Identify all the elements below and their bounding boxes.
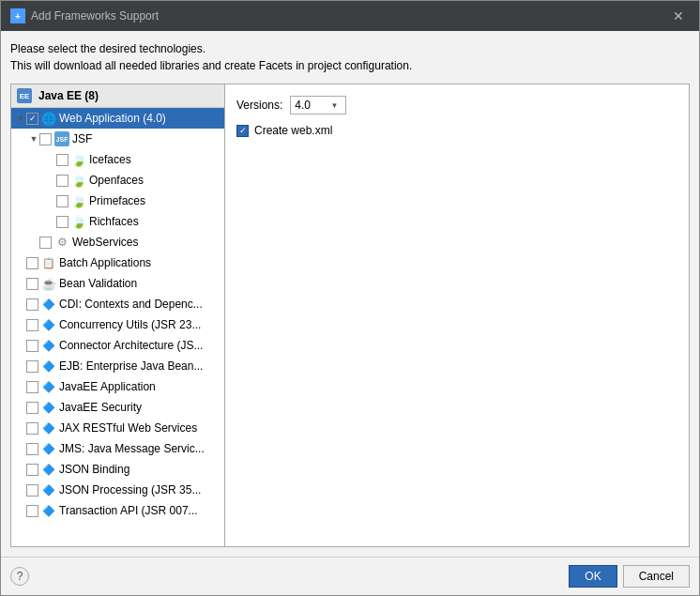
footer-left: ? [10, 567, 29, 586]
tree-item-connector[interactable]: 🔷 Connector Architecture (JS... [11, 335, 224, 356]
cancel-button[interactable]: Cancel [623, 565, 690, 588]
checkbox-jsf[interactable] [39, 133, 52, 145]
tree-panel: EE Java EE (8) ▼ ✓ 🌐 Web Application (4.… [11, 84, 225, 546]
openfaces-label: Openfaces [89, 174, 144, 187]
bean-icon: ☕ [41, 276, 56, 291]
checkbox-javaee-app[interactable] [26, 381, 38, 393]
webservices-label: WebServices [72, 236, 138, 249]
jms-icon: 🔷 [41, 441, 56, 456]
section-header: EE Java EE (8) [11, 84, 224, 108]
checkbox-concurrency[interactable] [26, 319, 38, 331]
checkbox-jms[interactable] [26, 443, 38, 455]
add-frameworks-dialog: + Add Frameworks Support ✕ Please select… [0, 0, 700, 596]
tree-item-javaee-sec[interactable]: 🔷 JavaEE Security [11, 397, 224, 418]
version-value: 4.0 [295, 99, 311, 112]
description-line1: Please select the desired technologies. [10, 40, 690, 57]
content-area: EE Java EE (8) ▼ ✓ 🌐 Web Application (4.… [10, 84, 690, 547]
dialog-icon: + [10, 8, 25, 23]
dialog-title: Add Frameworks Support [31, 9, 159, 23]
tree-item-icefaces[interactable]: 🍃 Icefaces [11, 149, 224, 170]
tree-item-transaction[interactable]: 🔷 Transaction API (JSR 007... [11, 500, 224, 521]
ok-button[interactable]: OK [569, 565, 616, 588]
versions-label: Versions: [236, 99, 282, 112]
webapp-icon: 🌐 [41, 111, 56, 126]
tree-item-batch[interactable]: 📋 Batch Applications [11, 252, 224, 273]
description: Please select the desired technologies. … [10, 40, 690, 74]
tree-item-openfaces[interactable]: 🍃 Openfaces [11, 170, 224, 191]
icefaces-icon: 🍃 [71, 152, 86, 167]
jms-label: JMS: Java Message Servic... [59, 442, 205, 455]
tree-item-webservices[interactable]: ⚙ WebServices [11, 232, 224, 252]
checkbox-ejb[interactable] [26, 360, 38, 373]
openfaces-icon: 🍃 [71, 173, 86, 188]
javaee-icon: EE [17, 88, 32, 103]
tree-item-jax-rest[interactable]: 🔷 JAX RESTful Web Services [11, 418, 224, 438]
right-panel: Versions: 4.0 ▼ ✓ Create web.xml [225, 84, 689, 546]
jax-label: JAX RESTful Web Services [59, 421, 197, 435]
create-xml-checkbox[interactable]: ✓ [236, 125, 249, 137]
help-button[interactable]: ? [10, 567, 29, 586]
jsf-icon: JSF [54, 131, 69, 146]
tree-item-bean-validation[interactable]: ☕ Bean Validation [11, 273, 224, 294]
tree-item-richfaces[interactable]: 🍃 Richfaces [11, 211, 224, 232]
tree-item-json-proc[interactable]: 🔷 JSON Processing (JSR 35... [11, 480, 224, 500]
checkbox-richfaces[interactable] [56, 216, 68, 228]
ejb-label: EJB: Enterprise Java Bean... [59, 359, 203, 373]
jsf-label: JSF [72, 132, 92, 145]
expand-arrow-jsf: ▼ [28, 134, 39, 144]
close-button[interactable]: ✕ [667, 7, 690, 25]
checkbox-webapp[interactable]: ✓ [26, 113, 38, 125]
primefaces-icon: 🍃 [71, 193, 86, 208]
tree-item-concurrency[interactable]: 🔷 Concurrency Utils (JSR 23... [11, 314, 224, 335]
transaction-icon: 🔷 [41, 503, 56, 518]
jax-icon: 🔷 [41, 420, 56, 436]
concurrency-label: Concurrency Utils (JSR 23... [59, 318, 201, 331]
connector-icon: 🔷 [41, 338, 56, 353]
checkbox-json-binding[interactable] [26, 464, 38, 476]
title-bar-left: + Add Frameworks Support [10, 8, 159, 23]
checkbox-icefaces[interactable] [56, 154, 68, 166]
checkbox-webservices[interactable] [39, 237, 52, 249]
checkbox-cdi[interactable] [26, 298, 38, 311]
checkbox-connector[interactable] [26, 340, 38, 352]
checkbox-bean[interactable] [26, 278, 38, 290]
version-dropdown[interactable]: 4.0 ▼ [290, 96, 346, 115]
batch-label: Batch Applications [59, 256, 151, 269]
javaee-app-icon: 🔷 [41, 379, 56, 394]
cdi-icon: 🔷 [41, 297, 56, 312]
tree-item-javaee-app[interactable]: 🔷 JavaEE Application [11, 376, 224, 397]
title-bar: + Add Frameworks Support ✕ [1, 1, 699, 31]
tree-item-json-binding[interactable]: 🔷 JSON Binding [11, 459, 224, 480]
tree-item-cdi[interactable]: 🔷 CDI: Contexts and Depenc... [11, 294, 224, 314]
tree-item-ejb[interactable]: 🔷 EJB: Enterprise Java Bean... [11, 356, 224, 376]
javaee-sec-label: JavaEE Security [59, 401, 142, 414]
richfaces-icon: 🍃 [71, 214, 86, 229]
tree-item-primefaces[interactable]: 🍃 Primefaces [11, 191, 224, 211]
dialog-footer: ? OK Cancel [1, 557, 699, 595]
checkbox-primefaces[interactable] [56, 195, 68, 207]
tree-item-jms[interactable]: 🔷 JMS: Java Message Servic... [11, 438, 224, 459]
json-binding-icon: 🔷 [41, 462, 56, 477]
checkbox-batch[interactable] [26, 257, 38, 269]
json-binding-label: JSON Binding [59, 463, 129, 476]
cdi-label: CDI: Contexts and Depenc... [59, 298, 203, 311]
create-xml-row: ✓ Create web.xml [236, 124, 677, 137]
checkbox-jax[interactable] [26, 422, 38, 435]
tree-item-jsf[interactable]: ▼ JSF JSF [11, 129, 224, 149]
checkbox-json-proc[interactable] [26, 484, 38, 497]
description-line2: This will download all needed libraries … [10, 57, 690, 74]
create-xml-label: Create web.xml [254, 124, 332, 137]
bean-label: Bean Validation [59, 277, 137, 290]
checkbox-openfaces[interactable] [56, 175, 68, 187]
json-proc-icon: 🔷 [41, 482, 56, 497]
dialog-body: Please select the desired technologies. … [1, 31, 699, 557]
section-label: Java EE (8) [38, 89, 99, 102]
batch-icon: 📋 [41, 255, 56, 270]
webapp-label: Web Application (4.0) [59, 112, 166, 125]
tree-item-web-app[interactable]: ▼ ✓ 🌐 Web Application (4.0) [11, 108, 224, 129]
ejb-icon: 🔷 [41, 359, 56, 374]
footer-right: OK Cancel [569, 565, 690, 588]
checkbox-transaction[interactable] [26, 505, 38, 517]
checkbox-javaee-sec[interactable] [26, 402, 38, 414]
javaee-sec-icon: 🔷 [41, 400, 56, 415]
